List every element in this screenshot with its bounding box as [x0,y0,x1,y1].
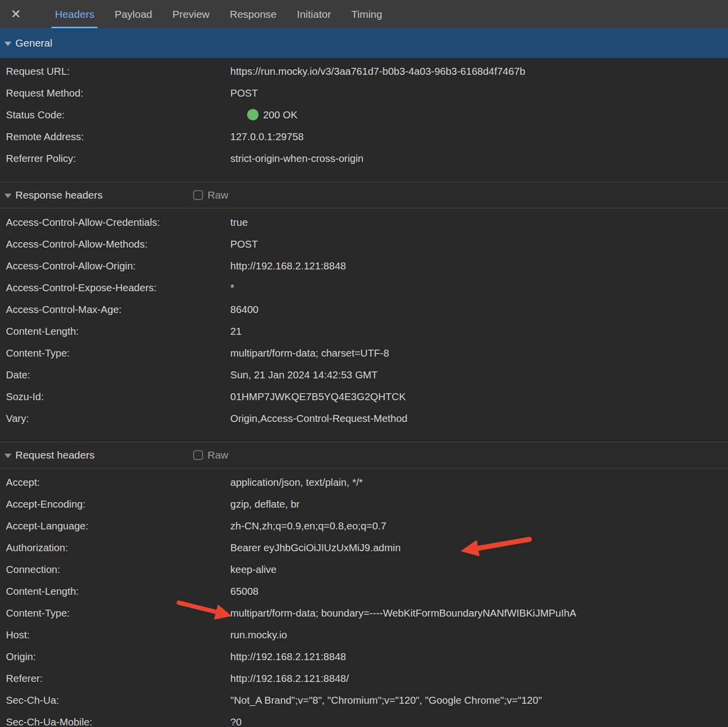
header-name: Content-Type: [0,347,230,359]
tab-response[interactable]: Response [226,0,280,28]
header-name: Content-Length: [0,585,230,597]
section-header-request-headers[interactable]: Request headers Raw [0,442,728,468]
header-row: Date: Sun, 21 Jan 2024 14:42:53 GMT [0,364,728,386]
tab-payload[interactable]: Payload [111,0,156,28]
network-detail-tabbar: ✕ Headers Payload Preview Response Initi… [0,0,728,28]
header-name: Referrer Policy: [0,153,230,164]
header-value: keep-alive [230,564,276,575]
header-name: Referer: [0,673,230,684]
raw-label: Raw [208,189,228,201]
header-row: Origin: http://192.168.2.121:8848 [0,646,728,668]
header-value: * [230,282,234,294]
header-value: multipart/form-data; charset=UTF-8 [230,347,389,359]
header-name: Sec-Ch-Ua-Mobile: [0,716,230,727]
header-row: Accept-Encoding: gzip, deflate, br [0,493,728,515]
header-value: http://192.168.2.121:8848 [230,651,346,663]
section-title: Response headers [15,189,103,201]
header-value: application/json, text/plain, */* [230,476,363,488]
tab-initiator[interactable]: Initiator [294,0,335,28]
raw-toggle[interactable]: Raw [193,442,228,468]
header-row: Sec-Ch-Ua-Mobile: ?0 [0,711,728,727]
header-name: Access-Control-Allow-Origin: [0,260,230,272]
header-row: Referrer Policy: strict-origin-when-cros… [0,148,728,169]
header-value: 200 OK [230,97,298,133]
tab-headers[interactable]: Headers [52,0,98,28]
header-row: Status Code: 200 OK [0,104,728,126]
status-code-text: 200 OK [263,109,298,120]
header-row: Content-Length: 65008 [0,580,728,602]
header-name: Access-Control-Allow-Methods: [0,238,230,250]
header-name: Vary: [0,413,230,424]
header-name: Accept: [0,476,230,488]
header-name: Origin: [0,651,230,663]
section-title: General [15,37,52,49]
header-row: Access-Control-Allow-Methods: POST [0,233,728,255]
header-row: Request URL: https://run.mocky.io/v3/3aa… [0,60,728,82]
chevron-down-icon [4,42,11,46]
header-value: https://run.mocky.io/v3/3aa761d7-b0b3-4a… [230,65,525,77]
header-value: 86400 [230,304,259,315]
header-row: Access-Control-Max-Age: 86400 [0,299,728,320]
header-value: Bearer eyJhbGciOiJIUzUxMiJ9.admin [230,542,401,554]
raw-checkbox[interactable] [193,190,203,200]
header-row: Vary: Origin,Access-Control-Request-Meth… [0,408,728,429]
header-name: Status Code: [0,109,230,121]
header-value: 01HMP7JWKQE7B5YQ4E3G2QHTCK [230,391,406,403]
section-header-general[interactable]: General [0,28,728,58]
header-name: Remote Address: [0,131,230,143]
header-row: Remote Address: 127.0.0.1:29758 [0,126,728,148]
header-name: Access-Control-Max-Age: [0,304,230,315]
status-success-dot-icon [247,109,259,120]
header-name: Sozu-Id: [0,391,230,403]
header-name: Accept-Encoding: [0,498,230,510]
tab-timing[interactable]: Timing [348,0,385,28]
header-value: strict-origin-when-cross-origin [230,153,364,164]
header-name: Access-Control-Allow-Credentials: [0,216,230,228]
header-row: Access-Control-Allow-Origin: http://192.… [0,255,728,277]
tab-preview[interactable]: Preview [169,0,213,28]
raw-label: Raw [208,449,228,461]
raw-checkbox[interactable] [193,450,203,460]
header-row: Content-Type: multipart/form-data; chars… [0,342,728,364]
header-value: Sun, 21 Jan 2024 14:42:53 GMT [230,369,377,381]
header-name: Request Method: [0,87,230,99]
header-row: Connection: keep-alive [0,559,728,580]
header-value: POST [230,238,258,250]
header-value: "Not_A Brand";v="8", "Chromium";v="120",… [230,694,542,706]
header-name: Host: [0,629,230,641]
header-row: Access-Control-Expose-Headers: * [0,277,728,299]
header-value: Origin,Access-Control-Request-Method [230,413,408,424]
header-row: Request Method: POST [0,82,728,104]
header-row-content-type: Content-Type: multipart/form-data; bound… [0,602,728,624]
general-rows: Request URL: https://run.mocky.io/v3/3aa… [0,58,728,169]
header-row: Access-Control-Allow-Credentials: true [0,211,728,233]
header-value: http://192.168.2.121:8848 [230,260,346,272]
raw-toggle[interactable]: Raw [193,182,228,208]
header-value: true [230,216,248,228]
response-header-rows: Access-Control-Allow-Credentials: true A… [0,208,728,429]
close-icon[interactable]: ✕ [8,0,24,28]
header-name: Access-Control-Expose-Headers: [0,282,230,294]
header-name: Authorization: [0,542,230,554]
header-value: run.mocky.io [230,629,287,641]
chevron-down-icon [4,454,11,458]
header-value: 65008 [230,585,259,597]
header-row-authorization: Authorization: Bearer eyJhbGciOiJIUzUxMi… [0,537,728,559]
header-row: Sozu-Id: 01HMP7JWKQE7B5YQ4E3G2QHTCK [0,386,728,408]
header-row: Sec-Ch-Ua: "Not_A Brand";v="8", "Chromiu… [0,689,728,711]
header-row: Accept-Language: zh-CN,zh;q=0.9,en;q=0.8… [0,515,728,537]
header-name: Date: [0,369,230,381]
header-value: zh-CN,zh;q=0.9,en;q=0.8,eo;q=0.7 [230,520,386,532]
header-name: Accept-Language: [0,520,230,532]
header-value: 127.0.0.1:29758 [230,131,304,143]
section-header-response-headers[interactable]: Response headers Raw [0,182,728,208]
header-name: Content-Type: [0,607,230,619]
header-value: ?0 [230,716,242,727]
header-row: Referer: http://192.168.2.121:8848/ [0,668,728,689]
header-name: Sec-Ch-Ua: [0,694,230,706]
header-row: Content-Length: 21 [0,320,728,342]
header-value: multipart/form-data; boundary=----WebKit… [230,607,576,619]
header-value: gzip, deflate, br [230,498,300,510]
header-name: Request URL: [0,65,230,77]
header-value: 21 [230,325,242,337]
